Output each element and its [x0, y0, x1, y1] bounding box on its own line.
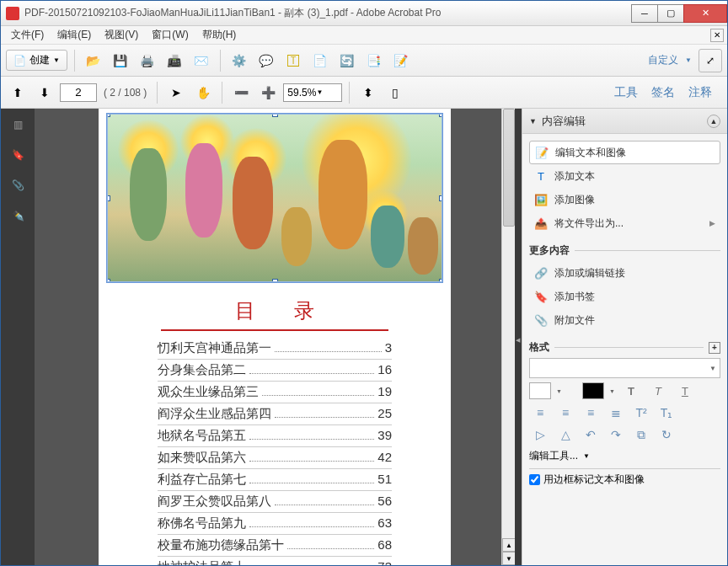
tool-add-text[interactable]: T 添加文本: [529, 164, 720, 188]
page-illustration[interactable]: [107, 114, 442, 282]
scroll-thumb[interactable]: [503, 109, 515, 227]
tool-add-image[interactable]: 🖼️ 添加图像: [529, 188, 720, 211]
sign-link[interactable]: 签名: [651, 85, 675, 100]
comment-button[interactable]: 💬: [254, 49, 278, 72]
checkbox-input[interactable]: [529, 474, 540, 485]
menu-window[interactable]: 窗口(W): [145, 26, 195, 44]
page-display-button[interactable]: ▯: [383, 81, 407, 104]
panel-body: 📝 编辑文本和图像 T 添加文本 🖼️ 添加图像 📤 将文件导出为... ▶: [522, 134, 727, 565]
comment-link[interactable]: 注释: [688, 85, 712, 100]
minimize-button[interactable]: ─: [631, 4, 658, 23]
email-button[interactable]: ✉️: [190, 49, 213, 72]
menu-edit[interactable]: 编辑(E): [51, 26, 98, 44]
edit-tool-row[interactable]: 编辑工具... ▼: [529, 449, 720, 463]
superscript-button[interactable]: T²: [630, 403, 652, 422]
rotate-cw-button[interactable]: ↷: [605, 425, 627, 444]
save-button[interactable]: 💾: [109, 49, 132, 72]
dropdown-icon: ▼: [316, 88, 338, 96]
paperclip-icon: 📎: [12, 179, 24, 191]
scroll-down-button[interactable]: ▼: [502, 552, 515, 565]
export-icon: 📤: [534, 216, 548, 230]
highlight-button[interactable]: 🅃: [281, 49, 305, 72]
select-tool-button[interactable]: ➤: [164, 81, 188, 104]
rotate-button[interactable]: 🔄: [335, 49, 359, 72]
align-justify-button[interactable]: ≣: [605, 403, 627, 422]
next-page-button[interactable]: ⬇: [33, 81, 56, 104]
align-left-button[interactable]: ≡: [529, 403, 551, 422]
panel-header[interactable]: ▼ 内容编辑 ▲: [522, 109, 727, 134]
print-button[interactable]: 🖨️: [136, 49, 159, 72]
toc-item: 称佛名号品第九63: [158, 513, 392, 535]
titlebar: PDF-20150721092103-FoJiaoManHuaJiLi11Jia…: [1, 1, 727, 26]
gear-button[interactable]: ⚙️: [228, 49, 251, 72]
hand-tool-button[interactable]: ✋: [191, 81, 215, 104]
bookmarks-tab[interactable]: 🔖: [8, 146, 27, 164]
font-size-select[interactable]: [529, 382, 551, 399]
page-number-input[interactable]: [60, 83, 97, 102]
font-family-select[interactable]: ▼: [529, 358, 720, 378]
crop-button[interactable]: ⧉: [630, 425, 652, 444]
menu-file[interactable]: 文件(F): [4, 26, 51, 44]
folder-open-icon: 📂: [86, 54, 100, 67]
scan-button[interactable]: 📠: [163, 49, 186, 72]
dropdown-icon: ▼: [685, 56, 692, 64]
prev-page-button[interactable]: ⬆: [6, 81, 29, 104]
maximize-button[interactable]: ▢: [657, 4, 684, 23]
align-right-button[interactable]: ≡: [580, 403, 602, 422]
toc-item: 地狱名号品第五39: [158, 425, 392, 447]
panel-divider[interactable]: [515, 109, 522, 565]
app-icon: [6, 7, 19, 20]
app-window: PDF-20150721092103-FoJiaoManHuaJiLi11Jia…: [0, 0, 728, 566]
subscript-button[interactable]: T₁: [656, 403, 677, 422]
fullscreen-button[interactable]: ⤢: [699, 49, 722, 72]
gear-icon: ⚙️: [232, 54, 246, 67]
close-button[interactable]: ✕: [683, 4, 727, 23]
tool-export-as[interactable]: 📤 将文件导出为... ▶: [529, 211, 720, 235]
menu-help[interactable]: 帮助(H): [195, 26, 244, 44]
align-center-button[interactable]: ≡: [554, 403, 576, 422]
tool-edit-text-image[interactable]: 📝 编辑文本和图像: [529, 141, 720, 164]
zoom-out-button[interactable]: ➖: [229, 81, 253, 104]
left-sidebar: ▥ 🔖 📎 ✒️: [1, 109, 35, 565]
edit-page-button[interactable]: 📝: [389, 49, 413, 72]
pdf-icon: 📄: [13, 55, 26, 67]
underline-button[interactable]: T: [674, 382, 696, 400]
document-viewport[interactable]: 目 录 忉利天宫神通品第一3 分身集会品第二16 观众生业缘品第三19 阎浮众生…: [35, 109, 515, 565]
vertical-scrollbar[interactable]: ▲ ▼: [501, 109, 515, 565]
menu-view[interactable]: 视图(V): [98, 26, 145, 44]
replace-button[interactable]: ↻: [656, 425, 677, 444]
flip-h-button[interactable]: ▷: [529, 425, 551, 444]
extract-button[interactable]: 📑: [362, 49, 386, 72]
tool-attach-file[interactable]: 📎 附加文件: [529, 308, 720, 332]
scroll-up-button[interactable]: ▲: [502, 538, 515, 552]
pen-icon: ✒️: [12, 210, 24, 222]
zoom-value: 59.5%: [287, 87, 316, 99]
thumbnails-tab[interactable]: ▥: [8, 115, 27, 134]
delete-page-button[interactable]: 📄: [308, 49, 332, 72]
fit-width-button[interactable]: ⬍: [356, 81, 380, 104]
bold-button[interactable]: T: [620, 382, 642, 400]
tool-add-bookmark[interactable]: 🔖 添加书签: [529, 285, 720, 308]
tool-add-link[interactable]: 🔗 添加或编辑链接: [529, 261, 720, 285]
create-button[interactable]: 📄 创建 ▼: [6, 50, 67, 71]
customize-link[interactable]: 自定义: [648, 53, 678, 67]
text-color-select[interactable]: [582, 382, 604, 399]
zoom-in-button[interactable]: ➕: [256, 81, 280, 104]
printer-icon: 🖨️: [140, 54, 154, 67]
signatures-tab[interactable]: ✒️: [8, 206, 27, 225]
dropdown-icon: ▼: [709, 365, 716, 372]
mark-with-border-checkbox[interactable]: 用边框标记文本和图像: [529, 473, 720, 487]
format-add-button[interactable]: +: [709, 342, 720, 354]
divider: [529, 468, 720, 469]
italic-button[interactable]: T: [647, 382, 669, 400]
flip-v-button[interactable]: △: [554, 425, 576, 444]
tools-link[interactable]: 工具: [614, 85, 638, 100]
menubar-close-button[interactable]: ✕: [710, 29, 724, 42]
zoom-level-input[interactable]: 59.5% ▼: [283, 83, 342, 102]
page-x-icon: 📄: [313, 54, 327, 67]
rotate-ccw-button[interactable]: ↶: [580, 425, 602, 444]
paperclip-icon: 📎: [534, 313, 548, 327]
attachments-tab[interactable]: 📎: [8, 176, 27, 195]
panel-close-button[interactable]: ▲: [707, 115, 720, 128]
open-button[interactable]: 📂: [82, 49, 105, 72]
